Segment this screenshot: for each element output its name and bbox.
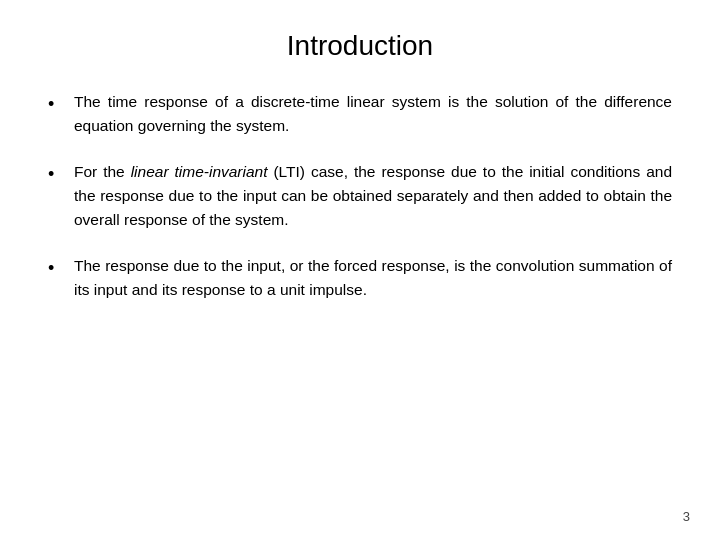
- bullet-dot-1: •: [48, 91, 66, 118]
- bullet-text-2: For the linear time-invariant (LTI) case…: [74, 160, 672, 232]
- slide-container: Introduction • The time response of a di…: [0, 0, 720, 540]
- bullet-item-2: • For the linear time-invariant (LTI) ca…: [48, 160, 672, 232]
- bullet-list: • The time response of a discrete-time l…: [48, 90, 672, 510]
- page-number: 3: [683, 509, 690, 524]
- bullet-text-3: The response due to the input, or the fo…: [74, 254, 672, 302]
- slide-title: Introduction: [48, 30, 672, 62]
- bullet-item-1: • The time response of a discrete-time l…: [48, 90, 672, 138]
- bullet-dot-2: •: [48, 161, 66, 188]
- bullet-dot-3: •: [48, 255, 66, 282]
- bullet-text-1: The time response of a discrete-time lin…: [74, 90, 672, 138]
- bullet-item-3: • The response due to the input, or the …: [48, 254, 672, 302]
